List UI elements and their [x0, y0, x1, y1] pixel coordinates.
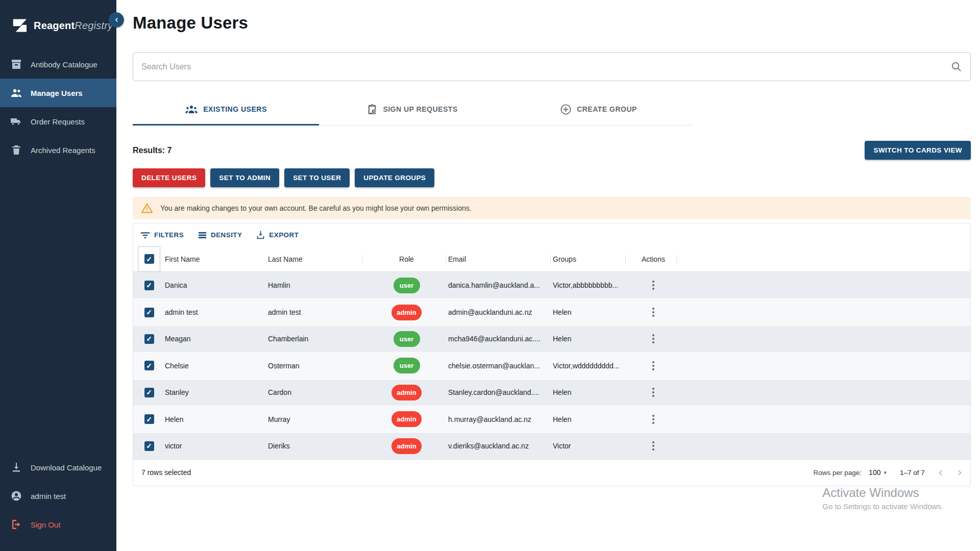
tab-create-group[interactable]: CREATE GROUP	[505, 93, 692, 125]
filters-button[interactable]: FILTERS	[135, 228, 189, 242]
cell-groups: Helen	[553, 415, 628, 423]
search-input[interactable]	[141, 62, 950, 71]
rows-selected-label: 7 rows selected	[141, 468, 191, 477]
cell-first-name: admin test	[165, 308, 268, 316]
signup-clipboard-icon	[366, 103, 378, 115]
cell-actions	[628, 332, 679, 345]
cell-email: v.dieriks@auckland.ac.nz	[448, 442, 553, 450]
row-checkbox-cell	[133, 308, 165, 317]
cell-last-name: admin test	[268, 308, 365, 316]
role-badge: user	[394, 278, 420, 293]
sidebar-item-order-requests[interactable]: Order Requests	[0, 107, 116, 136]
tab-sign-up-requests[interactable]: SIGN UP REQUESTS	[319, 93, 505, 125]
search-icon[interactable]	[950, 61, 962, 72]
column-header-first-name[interactable]: First Name	[165, 255, 268, 263]
column-header-actions[interactable]: Actions	[628, 255, 679, 263]
table-row[interactable]: Stanley Cardon admin Stanley.cardon@auck…	[133, 379, 970, 406]
activate-windows-watermark: Activate Windows Go to Settings to activ…	[822, 486, 943, 511]
sidebar-item-manage-users[interactable]: Manage Users	[0, 79, 116, 107]
previous-page-button[interactable]: ‹	[938, 466, 943, 479]
cell-actions	[628, 359, 679, 372]
switch-to-cards-view-button[interactable]: SWITCH TO CARDS VIEW	[865, 141, 971, 160]
set-to-admin-button[interactable]: SET TO ADMIN	[210, 168, 279, 187]
row-checkbox[interactable]	[144, 361, 154, 370]
tab-strip: EXISTING USERS SIGN UP REQUESTS CREATE G…	[133, 93, 692, 126]
cell-groups: Helen	[553, 308, 628, 316]
column-header-role[interactable]: Role	[365, 255, 448, 263]
row-checkbox-cell	[133, 441, 165, 451]
cell-first-name: victor	[165, 442, 268, 450]
logout-icon	[10, 518, 22, 531]
cell-role: admin	[365, 385, 448, 400]
sidebar-item-label: Manage Users	[31, 89, 83, 97]
main-content: Manage Users EXISTING USERS SIGN	[116, 0, 980, 551]
sidebar-item-archived-reagents[interactable]: Archived Reagents	[0, 136, 116, 164]
kebab-menu-icon[interactable]	[650, 359, 656, 372]
sidebar-item-current-user[interactable]: admin test	[0, 482, 116, 510]
sidebar-collapse-button[interactable]	[109, 12, 124, 28]
select-all-checkbox[interactable]	[144, 254, 154, 264]
row-checkbox[interactable]	[144, 414, 154, 424]
chevron-left-icon	[113, 16, 120, 23]
results-row: Results: 7 SWITCH TO CARDS VIEW	[133, 141, 971, 160]
cell-role: admin	[365, 411, 448, 427]
table-row[interactable]: Meagan Chamberlain user mcha946@auckland…	[133, 325, 970, 352]
row-checkbox-cell	[133, 281, 165, 290]
rows-per-page-select[interactable]: 100 ▾	[869, 468, 887, 477]
cell-last-name: Chamberlain	[268, 335, 365, 343]
sidebar-item-label: Sign Out	[31, 520, 60, 529]
results-count: Results: 7	[133, 146, 172, 155]
warning-text: You are making changes to your own accou…	[160, 204, 472, 212]
table-row[interactable]: Danica Hamlin user danica.hamlin@aucklan…	[133, 272, 970, 298]
search-bar[interactable]	[133, 52, 971, 81]
table-footer: 7 rows selected Rows per page: 100 ▾ 1–7…	[133, 459, 970, 486]
update-groups-button[interactable]: UPDATE GROUPS	[355, 168, 434, 187]
table-row[interactable]: victor Dieriks admin v.dieriks@auckland.…	[133, 432, 970, 459]
row-checkbox[interactable]	[144, 308, 154, 317]
tab-label: CREATE GROUP	[577, 105, 637, 113]
row-checkbox[interactable]	[144, 281, 154, 290]
export-download-icon	[256, 231, 265, 239]
column-header-groups[interactable]: Groups	[553, 255, 628, 263]
sidebar-item-antibody-catalogue[interactable]: Antibody Catalogue	[0, 50, 116, 79]
pagination-controls: ‹ ›	[938, 466, 962, 479]
table-body: Danica Hamlin user danica.hamlin@aucklan…	[133, 272, 970, 459]
watermark-subtitle: Go to Settings to activate Windows.	[822, 502, 943, 511]
kebab-menu-icon[interactable]	[650, 279, 656, 292]
sidebar-item-label: Archived Reagents	[31, 146, 95, 155]
cell-groups: Victor,abbbbbbbbb...	[553, 281, 628, 289]
role-badge: user	[394, 358, 420, 373]
sidebar-item-sign-out[interactable]: Sign Out	[0, 510, 116, 539]
kebab-menu-icon[interactable]	[650, 306, 656, 319]
page-title: Manage Users	[133, 0, 971, 33]
density-label: DENSITY	[211, 231, 242, 239]
table-row[interactable]: admin test admin test admin admin@auckla…	[133, 298, 970, 325]
kebab-menu-icon[interactable]	[650, 386, 656, 399]
cell-role: user	[365, 278, 448, 293]
row-checkbox[interactable]	[144, 388, 154, 397]
sidebar-item-label: Antibody Catalogue	[31, 60, 97, 69]
export-button[interactable]: EXPORT	[251, 228, 304, 242]
logo-icon	[9, 18, 29, 33]
cell-role: user	[365, 331, 448, 347]
set-to-user-button[interactable]: SET TO USER	[284, 168, 350, 187]
table-row[interactable]: Helen Murray admin h.murray@auckland.ac.…	[133, 406, 970, 432]
column-header-email[interactable]: Email	[448, 255, 553, 263]
users-table: FILTERS DENSITY EXPORT	[133, 223, 971, 486]
row-checkbox[interactable]	[144, 334, 154, 344]
density-button[interactable]: DENSITY	[193, 228, 247, 242]
role-badge: admin	[391, 385, 421, 400]
kebab-menu-icon[interactable]	[650, 439, 656, 453]
cell-last-name: Dieriks	[268, 442, 365, 450]
tab-existing-users[interactable]: EXISTING USERS	[133, 93, 319, 125]
cell-email: mcha946@aucklanduni.ac....	[448, 335, 553, 343]
column-header-last-name[interactable]: Last Name	[268, 255, 365, 263]
table-row[interactable]: Chelsie Osterman user chelsie.osterman@a…	[133, 352, 970, 379]
role-badge: user	[394, 331, 420, 347]
delete-users-button[interactable]: DELETE USERS	[133, 168, 205, 187]
kebab-menu-icon[interactable]	[650, 413, 656, 426]
next-page-button[interactable]: ›	[957, 466, 962, 479]
row-checkbox[interactable]	[144, 441, 154, 451]
sidebar-item-download-catalogue[interactable]: Download Catalogue	[0, 453, 116, 482]
kebab-menu-icon[interactable]	[650, 332, 656, 345]
